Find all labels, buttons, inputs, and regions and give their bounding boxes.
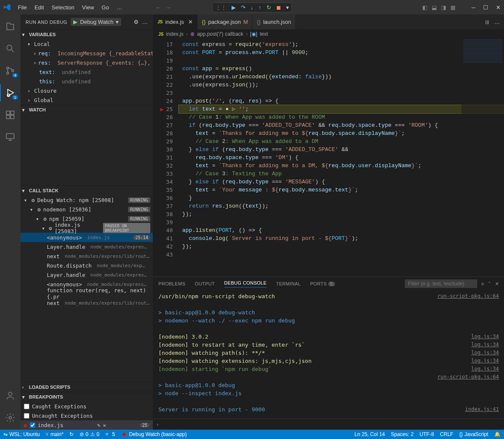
window-minimize-icon[interactable]: ─: [472, 4, 475, 11]
ports-indicator[interactable]: ᯤ5: [105, 431, 115, 437]
tab-launch-json[interactable]: {} launch.json: [252, 14, 295, 29]
panel-tab-output[interactable]: OUTPUT: [195, 281, 215, 286]
scope-local[interactable]: ▾Local: [20, 39, 153, 48]
callstack-frame[interactable]: Layer.handlenode_modules/expres…: [20, 242, 153, 251]
panel-tab-debug-console[interactable]: DEBUG CONSOLE: [224, 280, 267, 288]
play-icon[interactable]: ▶: [73, 19, 77, 25]
panel-tab-terminal[interactable]: TERMINAL: [276, 281, 301, 286]
code-line[interactable]: });: [179, 242, 504, 251]
watch-header[interactable]: ▾WATCH: [20, 105, 153, 114]
close-icon[interactable]: ✕: [188, 19, 193, 25]
notifications-icon[interactable]: 🔔: [494, 431, 501, 437]
callstack-thread[interactable]: ▾⚙Debug Watch: npm [25008]RUNNING: [20, 195, 153, 205]
remote-explorer-icon[interactable]: [0, 128, 20, 145]
menu-view[interactable]: View: [79, 3, 97, 12]
problems-indicator[interactable]: ⊘ 0 ⚠ 0: [80, 431, 99, 437]
var-text[interactable]: text: undefined: [20, 67, 153, 77]
step-out-icon[interactable]: ↑: [258, 4, 261, 11]
debug-status[interactable]: 🐞Debug Watch (basic-app): [121, 431, 187, 437]
menu-more[interactable]: …: [113, 3, 126, 12]
stop-icon[interactable]: ◼: [276, 4, 281, 11]
var-this[interactable]: this: undefined: [20, 77, 153, 86]
code-line[interactable]: [179, 57, 504, 65]
layout-secondary-icon[interactable]: ◨: [441, 4, 446, 11]
var-req[interactable]: ›req: IncomingMessage {_readableState: …: [20, 48, 153, 58]
settings-icon[interactable]: [0, 409, 20, 426]
code-line[interactable]: .use(express.urlencoded({extended: false…: [179, 73, 504, 81]
gear-icon[interactable]: ⚙: [134, 19, 139, 25]
callstack-frame[interactable]: nextnode_modules/express/lib/rout…: [20, 251, 153, 261]
layout-custom-icon[interactable]: ▦: [450, 4, 455, 11]
step-into-icon[interactable]: ↓: [251, 4, 254, 11]
code-line[interactable]: const PORT = process.env.PORT || 9000;: [179, 48, 504, 57]
layout-panel-icon[interactable]: ⬓: [432, 4, 437, 11]
code-line[interactable]: console.log(`Server is running in port -…: [179, 234, 504, 242]
code-line[interactable]: } else if (req.body.type === 'MESSAGE') …: [179, 178, 504, 186]
eol[interactable]: CRLF: [440, 431, 453, 437]
callstack-frame[interactable]: Route.dispatchnode_modules/exp…: [20, 261, 153, 270]
extensions-icon[interactable]: [0, 106, 20, 123]
callstack-frame[interactable]: Layer.handlenode_modules/expres…: [20, 270, 153, 279]
nav-back-icon[interactable]: ←: [155, 4, 161, 11]
breadcrumb[interactable]: JS index.js› ⊕app.post('/') callback› [◉…: [153, 29, 504, 39]
debug-console-input[interactable]: ›: [153, 419, 504, 430]
code-line[interactable]: app.post('/', (req, res) => {: [179, 97, 504, 105]
code-line[interactable]: const app = express(): [179, 65, 504, 73]
code-line[interactable]: if (req.body.type === 'ADDED_TO_SPACE' &…: [179, 121, 504, 129]
indentation[interactable]: Spaces: 2: [391, 431, 413, 437]
close-panel-icon[interactable]: ✕: [495, 281, 499, 287]
code-line[interactable]: } else if (req.body.type === 'ADDED_TO_S…: [179, 145, 504, 154]
code-line[interactable]: .use(express.json());: [179, 81, 504, 89]
code-line[interactable]: }: [179, 194, 504, 202]
minimap[interactable]: [461, 39, 504, 124]
breakpoint-item[interactable]: Caught Exceptions: [20, 402, 153, 411]
code-line[interactable]: [179, 218, 504, 226]
variables-header[interactable]: ▾ VARIABLES: [20, 30, 153, 39]
code-line[interactable]: const express = require('express');: [179, 40, 504, 48]
debug-console-output[interactable]: /usr/bin/npm run-script debug-watchrun-s…: [153, 291, 504, 419]
code-line[interactable]: return res.json({text});: [179, 202, 504, 210]
code-line[interactable]: text = `Thanks for adding me to ${req.bo…: [179, 129, 504, 137]
layout-primary-icon[interactable]: ◧: [422, 4, 427, 11]
code-line[interactable]: let text = ● ▷ '';: [179, 105, 504, 113]
loaded-scripts-header[interactable]: ›LOADED SCRIPTS: [20, 382, 153, 392]
git-branch[interactable]: ⑂main*: [46, 431, 63, 437]
more-icon[interactable]: …: [494, 19, 500, 25]
console-filter-input[interactable]: [405, 279, 477, 288]
language-mode[interactable]: {} JavaScript: [459, 431, 488, 437]
chevron-up-icon[interactable]: ˄: [488, 281, 491, 287]
sync-button[interactable]: ↻: [69, 431, 74, 437]
callstack-frame[interactable]: function router(req, res, next) {.pr: [20, 289, 153, 298]
encoding[interactable]: UTF-8: [420, 431, 434, 437]
var-res[interactable]: ›res: ServerResponse {_events: {…}, _ev…: [20, 58, 153, 67]
menu-edit[interactable]: Edit: [31, 3, 47, 12]
code-editor[interactable]: 1718192021222324▶25262728293031323334353…: [153, 39, 504, 277]
callstack-thread[interactable]: ▾⚙index.js [25083]PAUSED ON BREAKPOINT: [20, 223, 153, 233]
code-line[interactable]: app.listen(PORT, () => {: [179, 226, 504, 234]
breakpoint-checkbox[interactable]: [24, 413, 29, 419]
code-line[interactable]: text = `Thanks for adding me to a DM, ${…: [179, 162, 504, 170]
search-icon[interactable]: [0, 40, 20, 57]
menu-selection[interactable]: Selection: [48, 3, 77, 12]
code-line[interactable]: });: [179, 210, 504, 218]
run-debug-icon[interactable]: 1: [0, 84, 20, 101]
code-line[interactable]: // Case 1: When App was added to the ROO…: [179, 113, 504, 121]
callstack-thread[interactable]: ▾⚙nodemon [25036]RUNNING: [20, 205, 153, 214]
window-close-icon[interactable]: ✕: [496, 4, 501, 11]
continue-icon[interactable]: ▶: [232, 4, 236, 11]
code-line[interactable]: [179, 251, 504, 259]
menu-file[interactable]: File: [14, 3, 30, 12]
remote-indicator[interactable]: ⇋WSL: Ubuntu: [3, 431, 40, 437]
breakpoints-header[interactable]: ▾BREAKPOINTS: [20, 392, 153, 402]
code-line[interactable]: // Case 3: Texting the App: [179, 170, 504, 178]
breakpoint-checkbox[interactable]: [30, 422, 35, 428]
tab-index-js[interactable]: JS index.js ✕: [153, 14, 198, 29]
breakpoint-checkbox[interactable]: [24, 404, 29, 409]
nav-forward-icon[interactable]: →: [165, 4, 171, 11]
chevron-down-icon[interactable]: ▾: [116, 19, 119, 25]
breakpoint-item[interactable]: Uncaught Exceptions: [20, 411, 153, 420]
cursor-position[interactable]: Ln 25, Col 14: [355, 431, 385, 437]
restart-icon[interactable]: ↻: [266, 4, 271, 11]
drag-handle-icon[interactable]: ⋮⋮: [215, 4, 226, 11]
step-over-icon[interactable]: ↷: [241, 4, 246, 11]
